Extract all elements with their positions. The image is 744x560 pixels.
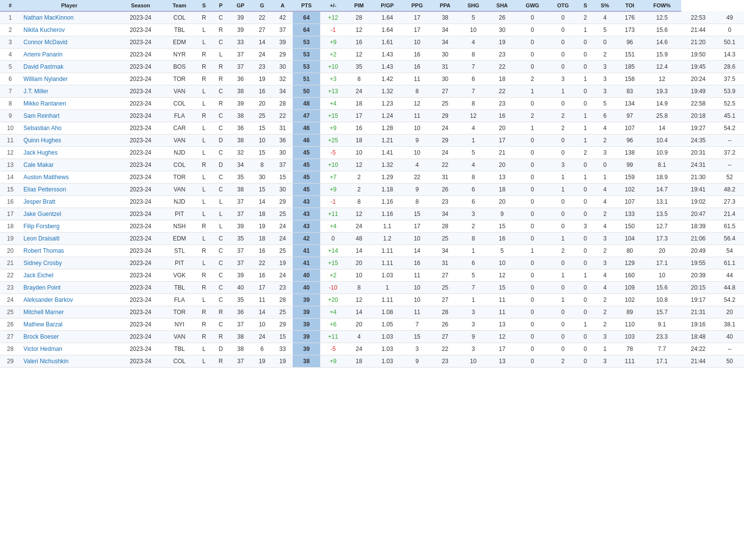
cell-5: L — [212, 196, 229, 208]
cell-21: 96 — [617, 36, 643, 49]
cell-12: 1.16 — [372, 208, 403, 220]
cell-13: 22 — [403, 171, 431, 184]
cell-0: 11 — [0, 134, 21, 147]
cell-10: +6 — [320, 319, 346, 331]
cell-6: 35 — [229, 171, 252, 184]
cell-9: 41 — [293, 245, 320, 257]
cell-6: 36 — [229, 306, 252, 319]
cell-13: 10 — [403, 122, 431, 134]
cell-11: 2 — [346, 184, 372, 196]
cell-9: 40 — [293, 269, 320, 282]
cell-24: 52 — [715, 171, 744, 184]
cell-2: 2023-24 — [118, 355, 164, 368]
cell-9: 40 — [293, 282, 320, 294]
cell-11: 18 — [346, 355, 372, 368]
cell-17: 0 — [517, 355, 549, 368]
cell-5: C — [212, 122, 229, 134]
cell-24: 54.2 — [715, 122, 744, 134]
cell-11: 24 — [346, 85, 372, 98]
cell-10: -5 — [320, 343, 346, 355]
cell-8: 29 — [273, 196, 293, 208]
cell-9: 42 — [293, 233, 320, 245]
col-header-a: A — [273, 0, 293, 11]
cell-2: 2023-24 — [118, 294, 164, 306]
cell-13: 11 — [403, 110, 431, 122]
cell-3: FLA — [163, 110, 195, 122]
cell-24: 44 — [715, 269, 744, 282]
cell-2: 2023-24 — [118, 134, 164, 147]
table-row: 8Mikko Rantanen2023-24COLLR39202848+4181… — [0, 98, 744, 110]
cell-20: 3 — [593, 85, 617, 98]
cell-22: 10.4 — [643, 134, 681, 147]
cell-23: 19:50 — [681, 49, 715, 61]
cell-6: 32 — [229, 147, 252, 159]
cell-11: 12 — [346, 159, 372, 171]
cell-15: 8 — [459, 233, 488, 245]
cell-18: 0 — [549, 49, 578, 61]
cell-19: 0 — [578, 208, 593, 220]
cell-14: 29 — [431, 110, 459, 122]
cell-3: VAN — [163, 85, 195, 98]
table-row: 13Cale Makar2023-24COLRD3483745+10121.32… — [0, 159, 744, 171]
cell-0: 26 — [0, 319, 21, 331]
cell-13: 4 — [403, 159, 431, 171]
col-header-: # — [0, 0, 21, 11]
cell-4: L — [195, 184, 212, 196]
cell-6: 37 — [229, 208, 252, 220]
cell-12: 1.64 — [372, 11, 403, 24]
cell-4: R — [195, 220, 212, 233]
cell-6: 39 — [229, 220, 252, 233]
cell-3: NJD — [163, 147, 195, 159]
cell-21: 129 — [617, 257, 643, 269]
cell-7: 14 — [252, 196, 273, 208]
cell-0: 29 — [0, 355, 21, 368]
cell-13: 3 — [403, 343, 431, 355]
cell-2: 2023-24 — [118, 147, 164, 159]
cell-17: 0 — [517, 36, 549, 49]
cell-16: 13 — [488, 355, 516, 368]
cell-11: 18 — [346, 134, 372, 147]
cell-3: VAN — [163, 134, 195, 147]
table-row: 20Robert Thomas2023-24STLRC37162541+1414… — [0, 245, 744, 257]
cell-7: 19 — [252, 73, 273, 85]
cell-13: 14 — [403, 245, 431, 257]
cell-4: R — [195, 269, 212, 282]
cell-6: 37 — [229, 245, 252, 257]
cell-7: 25 — [252, 110, 273, 122]
table-row: 18Filip Forsberg2023-24NSHRL39192443+424… — [0, 220, 744, 233]
cell-24: 48.2 — [715, 184, 744, 196]
cell-10: -5 — [320, 147, 346, 159]
cell-7: 22 — [252, 11, 273, 24]
cell-16: 18 — [488, 73, 516, 85]
cell-22: 9.1 — [643, 319, 681, 331]
table-row: 1Nathan MacKinnon2023-24COLRC39224264+12… — [0, 11, 744, 24]
cell-14: 27 — [431, 331, 459, 343]
cell-22: 13.5 — [643, 208, 681, 220]
cell-23: 24:35 — [681, 134, 715, 147]
cell-22: 12.4 — [643, 61, 681, 73]
cell-15: 6 — [459, 73, 488, 85]
cell-19: 0 — [578, 85, 593, 98]
cell-15: 8 — [459, 98, 488, 110]
cell-21: 107 — [617, 122, 643, 134]
cell-22: 15.6 — [643, 24, 681, 36]
cell-4: R — [195, 245, 212, 257]
cell-24: 61.5 — [715, 220, 744, 233]
col-header-season: Season — [118, 0, 164, 11]
cell-23: 21:06 — [681, 233, 715, 245]
cell-11: 8 — [346, 73, 372, 85]
cell-4: R — [195, 61, 212, 73]
cell-11: 14 — [346, 306, 372, 319]
cell-24: 52.5 — [715, 98, 744, 110]
cell-1: David Pastrnak — [21, 61, 118, 73]
cell-11: 24 — [346, 343, 372, 355]
cell-5: R — [212, 355, 229, 368]
cell-8: 22 — [273, 110, 293, 122]
cell-7: 11 — [252, 294, 273, 306]
cell-14: 26 — [431, 184, 459, 196]
cell-13: 8 — [403, 85, 431, 98]
cell-3: PIT — [163, 257, 195, 269]
cell-3: VGK — [163, 269, 195, 282]
cell-8: 37 — [273, 159, 293, 171]
cell-15: 7 — [459, 61, 488, 73]
